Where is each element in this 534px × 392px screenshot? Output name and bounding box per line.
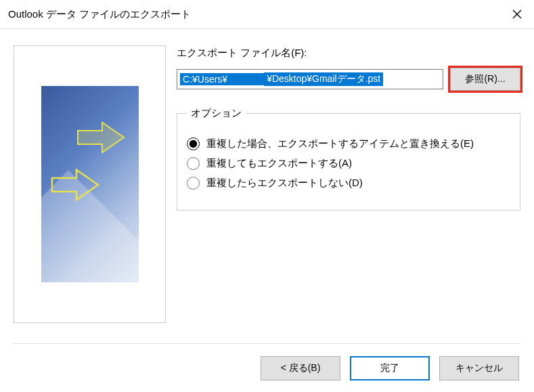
wizard-sidebar [14,45,166,323]
footer-buttons: < 戻る(B) 完了 キャンセル [0,344,534,380]
main-panel: エクスポート ファイル名(F): C:¥Users¥ ¥Desktop¥Gmai… [177,45,520,323]
back-button[interactable]: < 戻る(B) [261,356,340,380]
radio-replace[interactable] [187,137,200,150]
finish-button[interactable]: 完了 [350,356,430,380]
filename-input[interactable]: C:¥Users¥ ¥Desktop¥Gmailデータ.pst [177,69,443,89]
options-group: オプション 重複した場合、エクスポートするアイテムと置き換える(E) 重複しても… [177,107,520,211]
radio-allow[interactable] [187,157,200,170]
radio-skip[interactable] [187,177,200,190]
radio-skip-label[interactable]: 重複したらエクスポートしない(D) [206,177,363,190]
options-legend: オプション [187,107,246,120]
filename-row: C:¥Users¥ ¥Desktop¥Gmailデータ.pst 参照(R)... [177,68,520,91]
window-title: Outlook データ ファイルのエクスポート [8,8,191,21]
export-arrow-icon [49,166,104,204]
export-arrow-icon [75,118,129,156]
radio-allow-label[interactable]: 重複してもエクスポートする(A) [206,157,352,170]
filepath-text-prefix: C:¥Users¥ [180,73,230,85]
titlebar: Outlook データ ファイルのエクスポート [0,0,534,29]
filepath-text-suffix: ¥Desktop¥Gmailデータ.pst [264,72,383,86]
radio-replace-label[interactable]: 重複した場合、エクスポートするアイテムと置き換える(E) [206,137,474,150]
content-area: エクスポート ファイル名(F): C:¥Users¥ ¥Desktop¥Gmai… [0,29,534,330]
close-icon [512,9,522,19]
wizard-graphic [41,86,139,282]
filename-label: エクスポート ファイル名(F): [177,47,520,60]
cancel-button[interactable]: キャンセル [439,356,519,380]
option-allow-duplicates[interactable]: 重複してもエクスポートする(A) [187,157,510,170]
option-replace-duplicates[interactable]: 重複した場合、エクスポートするアイテムと置き換える(E) [187,137,510,150]
option-skip-duplicates[interactable]: 重複したらエクスポートしない(D) [187,177,510,190]
close-button[interactable] [500,0,534,28]
browse-button[interactable]: 参照(R)... [450,68,520,91]
filepath-redacted [230,73,264,85]
